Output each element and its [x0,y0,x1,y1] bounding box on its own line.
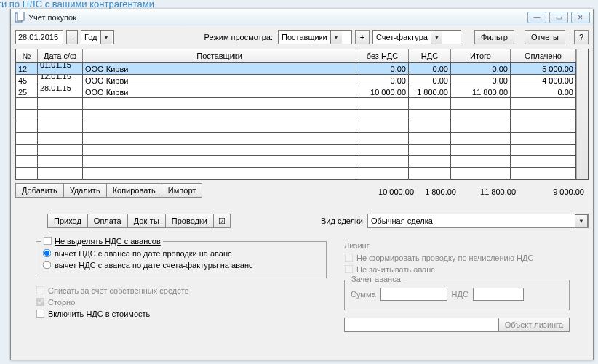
import-button[interactable]: Импорт [162,183,202,198]
table-row[interactable] [16,98,576,110]
advance-radio-1[interactable]: вычет НДС с аванса по дате проводки на а… [42,248,320,258]
table-row[interactable] [16,133,576,145]
cell[interactable]: 0.00 [409,63,451,74]
cell[interactable] [16,110,38,121]
cell[interactable] [83,133,356,144]
cell[interactable] [356,121,409,132]
cell[interactable] [38,133,83,144]
cell[interactable] [83,110,356,121]
chevron-down-icon[interactable]: ▼ [431,31,442,44]
deal-type-combo[interactable]: Обычная сделка ▼ [367,214,589,228]
cell[interactable] [16,145,38,155]
calendar-button[interactable]: ... [66,30,78,44]
cell[interactable]: 01.01.15 ... [38,63,83,74]
cell[interactable] [511,133,576,144]
cell[interactable] [83,121,356,132]
cell[interactable] [451,110,511,121]
cell[interactable] [356,168,409,179]
cell[interactable]: 12.01.15 ... [38,75,83,86]
cell[interactable]: 1 800.00 [409,86,451,97]
cell[interactable] [16,121,38,132]
cell[interactable] [38,168,83,179]
advance-radio-2[interactable]: вычет НДС с аванса по дате счета-фактуры… [42,260,320,270]
plus-button[interactable]: + [355,30,370,44]
table-row[interactable]: 4512.01.15 ...ООО Кирви0.000.000.004 000… [16,75,576,86]
own-funds-row[interactable]: Списать за счет собственных средств [36,286,327,295]
cell[interactable] [38,121,83,132]
cell[interactable] [356,110,409,121]
cell[interactable] [409,121,451,132]
cell[interactable]: ООО Кирви [83,86,356,97]
delete-button[interactable]: Удалить [63,183,106,198]
table-row[interactable] [16,145,576,156]
cell[interactable] [409,168,451,179]
cell[interactable] [38,156,83,167]
col-nds[interactable]: НДС [409,49,451,62]
cell[interactable]: 0.00 [409,75,451,86]
cell[interactable] [409,98,451,109]
cell[interactable] [451,168,511,179]
maximize-button[interactable]: ▭ [549,12,568,23]
copy-button[interactable]: Копировать [106,183,162,198]
cell[interactable] [16,156,38,167]
doc-type-combo[interactable]: Счет-фактура▼ [372,30,461,44]
cell[interactable]: ООО Кирви [83,63,356,74]
grid-body[interactable]: 1201.01.15 ...ООО Кирви0.000.000.005 000… [16,63,576,179]
cell[interactable] [409,145,451,155]
cell[interactable] [451,133,511,144]
advances-legend[interactable]: Не выделять НДС с авансов [41,236,163,246]
table-row[interactable]: 1201.01.15 ...ООО Кирви0.000.000.005 000… [16,63,576,75]
storno-row[interactable]: Сторно [36,297,327,307]
nds-input[interactable] [473,288,524,301]
include-nds-checkbox[interactable] [36,310,45,318]
tab-provodki[interactable]: Проводки [165,214,213,228]
cell[interactable]: 0.00 [356,63,409,74]
cell[interactable] [451,156,511,167]
cell[interactable] [83,168,356,179]
chevron-down-icon[interactable]: ▼ [575,214,588,227]
tab-oplata[interactable]: Оплата [87,214,127,228]
cell[interactable]: 28.01.15 ... [38,86,83,97]
table-row[interactable] [16,156,576,168]
cell[interactable]: 12 [16,63,38,74]
table-row[interactable] [16,110,576,121]
cell[interactable]: 0.00 [356,75,409,86]
cell[interactable]: 45 [16,75,38,86]
cell[interactable] [451,98,511,109]
cell[interactable] [511,156,576,167]
cell[interactable] [511,145,576,155]
view-mode-combo[interactable]: Поставщики▼ [278,30,352,44]
cell[interactable] [511,98,576,109]
no-nds-advances-checkbox[interactable] [44,237,52,246]
reports-button[interactable]: Отчеты [525,30,565,44]
vertical-scrollbar[interactable] [576,49,588,179]
cell[interactable] [38,110,83,121]
cell[interactable] [451,145,511,155]
add-button[interactable]: Добавить [15,183,63,198]
col-without-nds[interactable]: без НДС [356,49,409,62]
table-row[interactable] [16,168,576,179]
cell[interactable]: 5 000.00 [511,63,576,74]
cell[interactable]: 0.00 [511,86,576,97]
include-nds-row[interactable]: Включить НДС в стоимость [36,309,327,318]
advance-by-posting-radio[interactable] [43,249,52,258]
cell[interactable]: 0.00 [451,75,511,86]
leasing-object-button[interactable]: Объект лизинга [498,318,570,332]
col-no[interactable]: № [16,49,38,62]
cell[interactable]: 4 000.00 [511,75,576,86]
table-row[interactable]: 2528.01.15 ...ООО Кирви10 000.001 800.00… [16,86,576,98]
cell[interactable] [16,168,38,179]
col-date[interactable]: Дата с/ф [38,49,83,62]
sum-input[interactable] [380,288,447,301]
tab-prihod[interactable]: Приход [47,214,87,228]
col-paid[interactable]: Оплачено [511,49,576,62]
cell[interactable] [511,110,576,121]
chevron-down-icon[interactable]: ▼ [100,31,112,44]
cell[interactable] [511,121,576,132]
cell[interactable] [83,145,356,155]
period-combo[interactable]: Год▼ [81,30,114,44]
cell[interactable]: ООО Кирви [83,75,356,86]
col-supplier[interactable]: Поставщики [83,49,356,62]
cell[interactable] [38,145,83,155]
cell[interactable] [16,98,38,109]
